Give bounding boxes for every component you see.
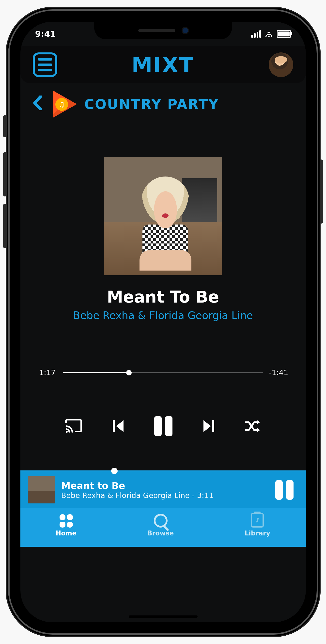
elapsed-time: 1:17	[38, 368, 57, 377]
cellular-signal-icon	[251, 30, 261, 38]
progress-slider[interactable]	[63, 372, 263, 373]
tab-home[interactable]: Home	[56, 514, 76, 537]
mini-player[interactable]: Meant to Be Bebe Rexha & Florida Georgia…	[20, 472, 306, 508]
cast-button[interactable]	[65, 419, 82, 434]
mini-progress-bar[interactable]	[20, 470, 306, 472]
progress-row: 1:17 -1:41	[20, 368, 306, 377]
wifi-icon	[265, 31, 273, 37]
mini-subtitle: Bebe Rexha & Florida Georgia Line - 3:11	[61, 491, 269, 500]
tab-library[interactable]: Library	[245, 513, 270, 537]
google-play-music-icon: ♫	[50, 90, 77, 118]
profile-avatar[interactable]	[269, 52, 293, 77]
svg-point-0	[66, 431, 68, 433]
song-artist: Bebe Rexha & Florida Georgia Line	[20, 310, 306, 322]
next-button[interactable]	[203, 419, 215, 434]
song-title: Meant To Be	[20, 288, 306, 306]
battery-icon	[277, 30, 291, 38]
app-logo: MIXT	[132, 53, 195, 77]
mini-pause-button[interactable]	[275, 480, 294, 500]
previous-button[interactable]	[112, 419, 124, 434]
tab-library-label: Library	[245, 530, 270, 537]
volume-down-button	[3, 204, 7, 248]
tab-home-label: Home	[56, 530, 76, 537]
remaining-time: -1:41	[269, 368, 289, 377]
svg-rect-1	[113, 420, 115, 432]
tab-browse[interactable]: Browse	[147, 514, 174, 537]
device-notch	[94, 22, 232, 40]
playlist-header: ♫ COUNTRY PARTY	[20, 83, 306, 120]
playlist-title: COUNTRY PARTY	[84, 96, 219, 112]
mute-switch	[3, 115, 7, 137]
playback-controls	[20, 416, 306, 436]
library-icon	[251, 513, 264, 528]
power-button	[320, 160, 323, 224]
tab-bar: Home Browse Library	[20, 508, 306, 547]
mini-title: Meant to Be	[61, 480, 269, 491]
status-time: 9:41	[35, 29, 56, 39]
back-button[interactable]	[33, 96, 42, 113]
volume-up-button	[3, 152, 7, 196]
svg-rect-2	[212, 420, 214, 432]
home-icon	[59, 514, 73, 528]
mini-album-art	[28, 476, 55, 504]
app-header: MIXT	[20, 46, 306, 83]
album-art	[104, 157, 222, 275]
tab-browse-label: Browse	[147, 530, 174, 537]
shuffle-button[interactable]	[245, 420, 261, 432]
search-icon	[154, 514, 168, 528]
pause-button[interactable]	[154, 416, 172, 436]
home-indicator[interactable]	[129, 616, 198, 618]
menu-button[interactable]	[33, 52, 57, 77]
phone-frame: 9:41 MIXT	[6, 7, 321, 637]
